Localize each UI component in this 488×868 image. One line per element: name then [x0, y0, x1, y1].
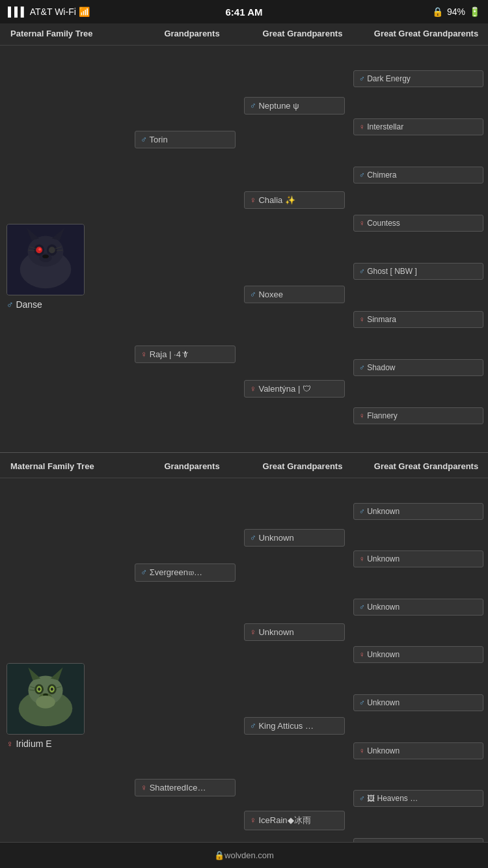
paternal-gp-2-node[interactable]: ♀ Raja | ·4🗡 [135, 346, 236, 363]
paternal-great-grandparents-label: Great Grandparents [247, 29, 358, 40]
lock-status-icon: 🔒 [432, 7, 443, 17]
maternal-gp-2-node[interactable]: ♀ ShatteredIce… [135, 779, 236, 796]
maternal-gp-1: ♂ Σvergreen𝔴… [135, 562, 244, 584]
maternal-avatar [7, 663, 85, 735]
svg-point-8 [49, 247, 55, 253]
carrier-label: AT&T Wi-Fi [30, 7, 76, 17]
paternal-gp-1-node[interactable]: ♂ Torin [135, 131, 236, 148]
footer-lock-icon: 🔒 [214, 850, 224, 860]
maternal-gg-3: ♂ King Atticus … [244, 715, 353, 737]
maternal-ggg-5-node[interactable]: ♂ Unknown [353, 694, 483, 711]
paternal-self-name: ♂ Danse [7, 299, 42, 310]
paternal-grandparents-label: Grandparents [137, 29, 247, 40]
maternal-grandparents-col: ♂ Σvergreen𝔴… ♀ ShatteredIce… [135, 485, 244, 868]
maternal-section-label: Maternal Family Tree [7, 461, 137, 472]
maternal-wolf-svg [7, 663, 84, 735]
paternal-gg-2-node[interactable]: ♀ Chalia ✨ [244, 191, 345, 209]
paternal-ggg-6-node[interactable]: ♀ Sinmara [353, 311, 483, 328]
footer: 🔒 wolvden.com [0, 842, 488, 868]
battery-icon: 🔋 [469, 7, 480, 17]
paternal-avatar [7, 224, 85, 295]
svg-point-29 [36, 696, 55, 709]
maternal-gg-4-node[interactable]: ♀ IceRain◆冰雨 [244, 811, 345, 830]
paternal-self-col: ♂ Danse [7, 52, 135, 442]
maternal-gg-4: ♀ IceRain◆冰雨 [244, 809, 353, 832]
paternal-gg-3: ♂ Noxee [244, 284, 353, 305]
maternal-great-grandparents-label: Great Grandparents [247, 461, 358, 472]
section-divider [0, 452, 488, 453]
paternal-grandparents-col: ♂ Torin ♀ Raja | ·4🗡 [135, 52, 244, 442]
paternal-gg-1: ♂ Neptune ψ [244, 95, 353, 116]
paternal-ggg-3-node[interactable]: ♂ Chimera [353, 167, 483, 183]
paternal-great-great-grandparents-label: Great Great Grandparents [358, 29, 488, 40]
maternal-ggg-6-node[interactable]: ♀ Unknown [353, 742, 483, 759]
paternal-ggg-8-node[interactable]: ♀ Flannery [353, 407, 483, 424]
maternal-gp-1-node[interactable]: ♂ Σvergreen𝔴… [135, 563, 236, 582]
paternal-ggg-5-node[interactable]: ♂ Ghost [ NBW ] [353, 263, 483, 280]
paternal-tree: ♂ Danse ♂ Torin ♀ Raja | ·4🗡 ♂ Neptu [0, 46, 488, 449]
maternal-gg-1-node[interactable]: ♂ Unknown [244, 529, 345, 547]
maternal-grandparents-label: Grandparents [137, 461, 247, 472]
maternal-gp-2: ♀ ShatteredIce… [135, 777, 244, 798]
status-bar: ▌▌▌ AT&T Wi-Fi 📶 6:41 AM 🔒 94% 🔋 [0, 0, 488, 23]
paternal-gg-3-node[interactable]: ♂ Noxee [244, 286, 345, 303]
maternal-ggg-3-node[interactable]: ♂ Unknown [353, 599, 483, 616]
maternal-self-name: ♀ Iridium E [7, 739, 52, 749]
svg-point-25 [38, 688, 40, 691]
paternal-ggg-2-node[interactable]: ♀ Interstellar [353, 118, 483, 135]
paternal-ggg-7-node[interactable]: ♂ Shadow [353, 359, 483, 376]
maternal-tree: ♀ Iridium E ♂ Σvergreen𝔴… ♀ ShatteredIce… [0, 478, 488, 868]
paternal-gg-1-node[interactable]: ♂ Neptune ψ [244, 97, 345, 115]
paternal-gp-1: ♂ Torin [135, 129, 244, 150]
battery-percent: 94% [447, 7, 465, 17]
footer-domain: wolvden.com [224, 850, 274, 860]
status-left: ▌▌▌ AT&T Wi-Fi 📶 [8, 7, 90, 17]
svg-point-9 [38, 248, 41, 251]
paternal-wolf-svg [7, 224, 84, 295]
paternal-self-gender-symbol: ♂ [7, 299, 16, 310]
page-container: ▌▌▌ AT&T Wi-Fi 📶 6:41 AM 🔒 94% 🔋 Paterna… [0, 0, 488, 868]
maternal-ggg-7-node[interactable]: ♂ 🖼 Heavens … [353, 790, 483, 807]
maternal-header: Maternal Family Tree Grandparents Great … [0, 456, 488, 478]
signal-icon: ▌▌▌ [8, 7, 27, 17]
paternal-great-grandparents-col: ♂ Neptune ψ ♀ Chalia ✨ ♂ Noxee ♀ Valentý… [244, 52, 353, 442]
maternal-gg-1: ♂ Unknown [244, 527, 353, 549]
paternal-header: Paternal Family Tree Grandparents Great … [0, 23, 488, 46]
maternal-gg-3-node[interactable]: ♂ King Atticus … [244, 717, 345, 735]
maternal-ggg-4-node[interactable]: ♀ Unknown [353, 646, 483, 663]
wifi-icon: 📶 [79, 7, 90, 17]
svg-point-26 [51, 688, 53, 691]
status-right: 🔒 94% 🔋 [432, 7, 480, 17]
maternal-gg-2: ♀ Unknown [244, 621, 353, 643]
paternal-section-label: Paternal Family Tree [7, 29, 137, 40]
maternal-ggg-1-node[interactable]: ♂ Unknown [353, 503, 483, 520]
paternal-gg-4-node[interactable]: ♀ Valentýna | 🛡 [244, 380, 345, 398]
svg-point-11 [42, 254, 49, 258]
paternal-gg-2: ♀ Chalia ✨ [244, 189, 353, 211]
maternal-gg-2-node[interactable]: ♀ Unknown [244, 623, 345, 641]
paternal-great-great-grandparents-col: ♂ Dark Energy ♀ Interstellar ♂ Chimera ♀… [353, 52, 488, 442]
paternal-gg-4: ♀ Valentýna | 🛡 [244, 378, 353, 400]
maternal-ggg-2-node[interactable]: ♀ Unknown [353, 550, 483, 567]
maternal-self-col: ♀ Iridium E [7, 485, 135, 868]
paternal-ggg-4-node[interactable]: ♀ Countess [353, 215, 483, 232]
status-time: 6:41 AM [226, 7, 263, 18]
maternal-self-gender-symbol: ♀ [7, 739, 16, 749]
maternal-great-great-grandparents-col: ♂ Unknown ♀ Unknown ♂ Unknown ♀ Unknown … [353, 485, 488, 868]
maternal-great-great-grandparents-label: Great Great Grandparents [358, 461, 488, 472]
maternal-great-grandparents-col: ♂ Unknown ♀ Unknown ♂ King Atticus … ♀ I… [244, 485, 353, 868]
paternal-gp-2: ♀ Raja | ·4🗡 [135, 344, 244, 365]
paternal-ggg-1-node[interactable]: ♂ Dark Energy [353, 70, 483, 87]
